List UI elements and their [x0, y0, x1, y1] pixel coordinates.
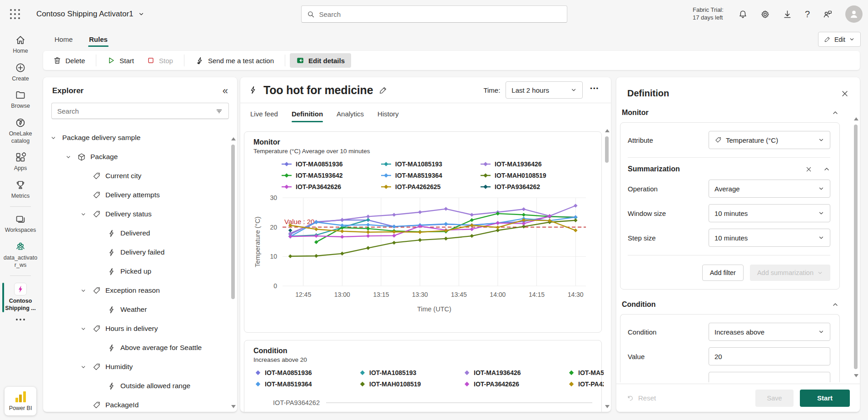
- time-range-select[interactable]: Last 2 hours: [506, 81, 583, 99]
- sidebar-item-contoso-shipping[interactable]: Contoso Shipping ...: [1, 279, 40, 315]
- attribute-select[interactable]: Temperature (°C): [709, 131, 830, 149]
- condition-select[interactable]: Increases above: [709, 323, 830, 341]
- tree-item-picked-up[interactable]: Picked up: [47, 262, 227, 281]
- power-bi-shortcut[interactable]: Power BI: [5, 387, 36, 415]
- tab-live-feed[interactable]: Live feed: [250, 103, 278, 125]
- tree-item-label: Delivery failed: [120, 248, 164, 256]
- tab-rules[interactable]: Rules: [89, 28, 108, 50]
- group-divider: [628, 157, 830, 158]
- test-action-button[interactable]: Send me a test action: [189, 53, 280, 68]
- scroll-up-arrow[interactable]: [231, 137, 236, 140]
- stop-button[interactable]: Stop: [140, 53, 179, 68]
- tree-expand-chevron[interactable]: [80, 364, 92, 370]
- start-rule-button[interactable]: Start: [800, 390, 850, 407]
- feedback-icon[interactable]: [823, 9, 833, 19]
- scroll-down-arrow[interactable]: [605, 405, 610, 408]
- tab-history[interactable]: History: [377, 103, 399, 125]
- sidebar-item-onelake-catalog[interactable]: OneLake catalog: [1, 114, 40, 148]
- chevron-up-icon[interactable]: [832, 301, 839, 308]
- bolt-icon: [107, 248, 116, 257]
- monitor-card: Monitor Temperature (°C) Average over 10…: [244, 131, 602, 333]
- tree-expand-chevron[interactable]: [80, 326, 92, 332]
- chevron-up-icon[interactable]: [823, 165, 830, 173]
- settings-gear-icon[interactable]: [760, 10, 770, 19]
- scrollbar-thumb[interactable]: [854, 125, 858, 369]
- tab-definition[interactable]: Definition: [292, 103, 323, 125]
- download-icon[interactable]: [783, 10, 792, 19]
- edit-button[interactable]: Edit: [818, 32, 861, 47]
- tree-item-above-average-for-seattle[interactable]: Above average for Seattle: [47, 338, 227, 357]
- svg-text:0: 0: [273, 282, 277, 290]
- chevron-up-icon[interactable]: [832, 109, 839, 116]
- reset-button[interactable]: Reset: [626, 394, 656, 402]
- window-size-select[interactable]: 10 minutes: [709, 204, 830, 222]
- operation-select[interactable]: Average: [709, 180, 830, 198]
- notifications-icon[interactable]: [738, 10, 748, 19]
- tab-analytics[interactable]: Analytics: [337, 103, 364, 125]
- tag-icon: [92, 286, 101, 295]
- scroll-down-arrow[interactable]: [231, 405, 236, 408]
- tab-home[interactable]: Home: [55, 28, 73, 50]
- sidebar-item-data-activator-ws[interactable]: data_activator_ws: [1, 238, 40, 272]
- tree-item-packageid[interactable]: PackageId: [47, 395, 227, 412]
- tree-item-delivery-status[interactable]: Delivery status: [47, 205, 227, 224]
- value-input[interactable]: 20: [709, 347, 830, 365]
- definition-scrollbar[interactable]: [853, 115, 859, 379]
- rename-pencil-icon[interactable]: [379, 86, 387, 95]
- tree-item-weather[interactable]: Weather: [47, 300, 227, 319]
- tree-item-delivery-failed[interactable]: Delivery failed: [47, 243, 227, 262]
- app-launcher-icon[interactable]: [7, 6, 23, 22]
- tree-expand-chevron[interactable]: [50, 135, 62, 141]
- scroll-down-arrow[interactable]: [854, 374, 858, 377]
- tree-item-package-delivery-sample[interactable]: Package delivery sample: [47, 128, 227, 147]
- sidebar-item-apps[interactable]: Apps: [1, 148, 40, 176]
- sidebar-item-create[interactable]: Create: [1, 59, 40, 86]
- tree-item-label: Delivery status: [105, 210, 152, 218]
- tree-item-label: Package delivery sample: [62, 134, 140, 142]
- sidebar-item-browse[interactable]: Browse: [1, 86, 40, 114]
- tree-expand-chevron[interactable]: [65, 154, 77, 160]
- scrollbar-thumb[interactable]: [231, 145, 235, 299]
- delete-button[interactable]: Delete: [47, 53, 91, 68]
- remove-summarization-icon[interactable]: [805, 166, 812, 173]
- tree-item-outside-allowed-range[interactable]: Outside allowed range: [47, 376, 227, 395]
- scrollbar-thumb[interactable]: [605, 136, 609, 163]
- sidebar-item-workspaces[interactable]: Workspaces: [1, 210, 40, 238]
- close-icon[interactable]: [841, 90, 849, 98]
- explorer-search[interactable]: [51, 103, 229, 119]
- global-search-input[interactable]: [319, 10, 561, 18]
- more-options-icon[interactable]: •••: [588, 85, 603, 95]
- product-switcher[interactable]: Contoso Shipping Activator1: [36, 10, 144, 19]
- start-button[interactable]: Start: [101, 53, 140, 68]
- sidebar-item-home[interactable]: Home: [1, 31, 40, 59]
- scroll-up-arrow[interactable]: [605, 129, 610, 132]
- tree-item-hours-in-delivery[interactable]: Hours in delivery: [47, 319, 227, 338]
- explorer-scrollbar[interactable]: [230, 135, 236, 411]
- explorer-search-input[interactable]: [57, 107, 212, 115]
- filter-icon[interactable]: [215, 107, 223, 115]
- avatar[interactable]: [845, 5, 863, 23]
- global-search[interactable]: [301, 5, 567, 23]
- tag-icon: [92, 172, 101, 180]
- add-summarization-button[interactable]: Add summarization: [750, 265, 830, 281]
- scroll-up-arrow[interactable]: [854, 117, 858, 120]
- tree-item-humidity[interactable]: Humidity: [47, 357, 227, 376]
- tree-expand-chevron[interactable]: [80, 211, 92, 217]
- rule-tab-row: Live feed Definition Analytics History: [240, 103, 611, 125]
- edit-details-button[interactable]: Edit details: [290, 53, 351, 68]
- save-button[interactable]: Save: [755, 390, 794, 407]
- help-icon[interactable]: ?: [805, 9, 810, 20]
- tree-expand-chevron[interactable]: [80, 288, 92, 294]
- main-scrollbar[interactable]: [604, 126, 610, 411]
- tree-item-exception-reason[interactable]: Exception reason: [47, 281, 227, 300]
- tree-item-current-city[interactable]: Current city: [47, 166, 227, 185]
- tree-item-package[interactable]: Package: [47, 147, 227, 166]
- sidebar-item-metrics[interactable]: Metrics: [1, 176, 40, 204]
- rail-more-icon[interactable]: [16, 316, 25, 323]
- clipped-field[interactable]: [709, 372, 830, 382]
- collapse-panel-icon[interactable]: «: [223, 88, 228, 94]
- step-size-select[interactable]: 10 minutes: [709, 229, 830, 247]
- tree-item-delivered[interactable]: Delivered: [47, 224, 227, 243]
- add-filter-button[interactable]: Add filter: [702, 265, 744, 281]
- tree-item-delivery-attempts[interactable]: Delivery attempts: [47, 185, 227, 205]
